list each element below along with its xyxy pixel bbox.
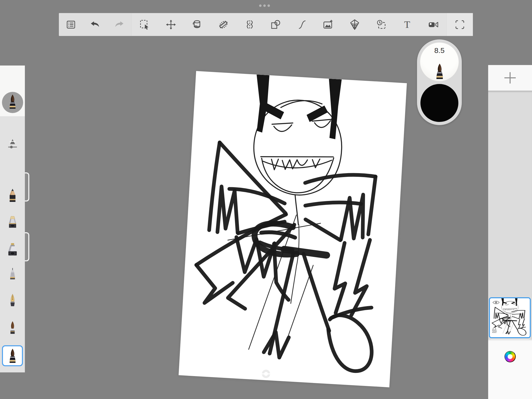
layer-1-active[interactable] <box>489 297 531 338</box>
layers-panel <box>488 65 532 399</box>
undo-icon <box>90 19 100 30</box>
text-button[interactable]: T <box>394 13 420 36</box>
layer-visibility-icon[interactable] <box>492 300 500 305</box>
tool-marker[interactable] <box>0 215 25 231</box>
layers-menu-button[interactable] <box>59 13 83 36</box>
text-tool-glyph: T <box>404 19 410 30</box>
tool-fountain-pen[interactable] <box>0 294 25 309</box>
layers-list <box>488 91 532 339</box>
color-section <box>488 339 532 399</box>
brush-size-color-widget: 8.5 <box>417 39 462 125</box>
rotation-reset-icon <box>262 370 270 378</box>
round-brush-icon <box>7 321 18 336</box>
toolbar-group-history <box>59 13 131 36</box>
text-tool-icon: T <box>402 19 413 30</box>
move-button[interactable] <box>158 13 184 36</box>
fullscreen-icon <box>454 19 465 30</box>
fill-button[interactable] <box>184 13 210 36</box>
shapes-button[interactable] <box>263 13 289 36</box>
ruler-icon <box>218 19 229 30</box>
airbrush-icon <box>7 242 18 258</box>
select-marquee-icon <box>139 19 150 30</box>
curve-icon <box>297 19 308 30</box>
fullscreen-button[interactable] <box>447 13 473 36</box>
redo-icon <box>114 19 125 30</box>
watercolor-brush-icon <box>7 92 18 112</box>
toolbar-group-tools: T <box>131 13 447 36</box>
time-lapse-button[interactable] <box>368 13 394 36</box>
record-camera-icon <box>428 19 439 30</box>
pencil-icon <box>7 188 18 204</box>
ink-brush-icon <box>7 347 18 365</box>
tool-ink-brush-selected[interactable] <box>2 345 23 366</box>
drawing-canvas[interactable] <box>179 71 407 387</box>
stroke-curve-button[interactable] <box>289 13 315 36</box>
fountain-pen-icon <box>7 294 18 309</box>
window-drag-handle[interactable] <box>259 4 270 7</box>
tool-fineliner[interactable] <box>0 267 25 283</box>
canvas-artwork <box>179 71 407 387</box>
current-brush-button[interactable] <box>2 92 23 113</box>
redo-button[interactable] <box>107 13 131 36</box>
time-lapse-icon <box>375 19 386 30</box>
toolbar-group-view <box>447 13 473 36</box>
add-image-icon <box>323 19 334 30</box>
perspective-grid-icon <box>349 19 360 30</box>
shapes-icon <box>270 19 281 30</box>
record-button[interactable] <box>420 13 447 36</box>
symmetry-button[interactable] <box>236 13 263 36</box>
fill-bucket-icon <box>192 19 202 30</box>
marker-icon <box>7 215 18 231</box>
brush-size-value: 8.5 <box>420 46 459 55</box>
ruler-button[interactable] <box>210 13 237 36</box>
list-menu-icon <box>66 19 76 30</box>
undo-button[interactable] <box>83 13 107 36</box>
tool-pencil[interactable] <box>0 188 25 204</box>
perspective-grid-button[interactable] <box>342 13 368 36</box>
app-window: T <box>0 0 532 399</box>
current-brush-preview-icon <box>433 61 446 82</box>
current-color-swatch[interactable] <box>420 84 458 122</box>
fineliner-icon <box>7 267 18 283</box>
add-layer-button[interactable] <box>488 65 532 91</box>
brush-settings-icon <box>6 137 19 150</box>
color-wheel-button[interactable] <box>504 351 516 362</box>
plus-icon <box>503 71 517 84</box>
add-image-button[interactable] <box>315 13 342 36</box>
alpha-lock-icon <box>492 327 497 333</box>
main-toolbar: T <box>59 13 473 36</box>
tool-sidebar <box>0 66 25 372</box>
brush-settings-button[interactable] <box>0 137 25 150</box>
symmetry-icon <box>244 19 255 30</box>
select-button[interactable] <box>132 13 158 36</box>
tool-airbrush[interactable] <box>0 242 25 258</box>
move-icon <box>166 19 176 30</box>
tool-round-brush[interactable] <box>0 321 25 336</box>
